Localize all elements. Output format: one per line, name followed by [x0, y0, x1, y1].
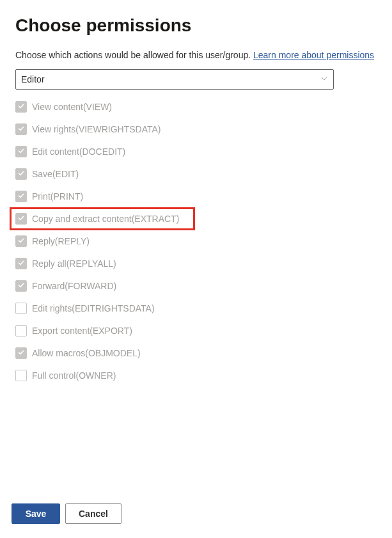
- checkmark-icon: [17, 281, 25, 291]
- permission-label: Forward(FORWARD): [32, 281, 116, 291]
- checkmark-icon: [17, 169, 25, 179]
- checkmark-icon: [17, 191, 25, 202]
- checkmark-icon: [17, 146, 25, 157]
- permission-row: Reply all(REPLYALL): [15, 258, 377, 269]
- permission-row: Export content(EXPORT): [15, 325, 377, 336]
- permission-label: Export content(EXPORT): [32, 326, 132, 336]
- checkmark-icon: [17, 236, 25, 246]
- permission-label: Allow macros(OBJMODEL): [32, 348, 141, 358]
- checkmark-icon: [17, 258, 25, 269]
- permission-row: Print(PRINT): [15, 191, 377, 202]
- permission-checkbox[interactable]: [15, 280, 27, 292]
- permission-label: Full control(OWNER): [32, 370, 116, 381]
- save-button[interactable]: Save: [12, 503, 60, 524]
- permission-checkbox[interactable]: [15, 123, 27, 135]
- permission-label: Edit rights(EDITRIGHTSDATA): [32, 303, 155, 313]
- select-value: Editor: [21, 74, 45, 84]
- permission-label: View content(VIEW): [32, 102, 112, 112]
- permission-row: Edit content(DOCEDIT): [15, 146, 377, 157]
- checkmark-icon: [17, 214, 25, 224]
- permission-label: Reply(REPLY): [32, 236, 90, 246]
- checkmark-icon: [17, 124, 25, 134]
- page-description: Choose which actions would be allowed fo…: [15, 50, 377, 60]
- checkmark-icon: [17, 102, 25, 112]
- button-bar: Save Cancel: [12, 503, 122, 524]
- permission-label: Edit content(DOCEDIT): [32, 146, 125, 157]
- permission-label: Save(EDIT): [32, 169, 79, 179]
- permission-checkbox[interactable]: [15, 213, 27, 225]
- chevron-down-icon: [320, 74, 328, 84]
- permission-checkbox[interactable]: [15, 235, 27, 247]
- permission-row: Save(EDIT): [15, 168, 377, 180]
- permission-checkbox[interactable]: [15, 325, 27, 336]
- permission-row: Allow macros(OBJMODEL): [15, 347, 377, 359]
- permission-label: Copy and extract content(EXTRACT): [32, 214, 179, 224]
- permission-checkbox[interactable]: [15, 258, 27, 269]
- permission-row: Reply(REPLY): [15, 235, 377, 247]
- permission-checkbox[interactable]: [15, 146, 27, 157]
- permission-row: View rights(VIEWRIGHTSDATA): [15, 123, 377, 135]
- permission-checkbox[interactable]: [15, 347, 27, 359]
- cancel-button[interactable]: Cancel: [65, 503, 122, 524]
- permission-row: Edit rights(EDITRIGHTSDATA): [15, 303, 377, 314]
- permission-checkbox[interactable]: [15, 101, 27, 113]
- checkmark-icon: [17, 348, 25, 358]
- description-text: Choose which actions would be allowed fo…: [15, 50, 253, 60]
- permission-checkbox[interactable]: [15, 303, 27, 314]
- role-select[interactable]: Editor: [15, 69, 334, 90]
- permission-checkbox[interactable]: [15, 191, 27, 202]
- permission-checkbox[interactable]: [15, 168, 27, 180]
- learn-more-link[interactable]: Learn more about permissions: [253, 50, 374, 60]
- permission-list: View content(VIEW)View rights(VIEWRIGHTS…: [15, 101, 377, 381]
- permission-label: Print(PRINT): [32, 191, 83, 202]
- permission-row: Copy and extract content(EXTRACT): [15, 213, 189, 225]
- page-title: Choose permissions: [15, 15, 377, 36]
- permission-row: Forward(FORWARD): [15, 280, 377, 292]
- permission-row: Full control(OWNER): [15, 370, 377, 381]
- permission-label: View rights(VIEWRIGHTSDATA): [32, 124, 161, 134]
- permission-label: Reply all(REPLYALL): [32, 258, 116, 269]
- permission-checkbox[interactable]: [15, 370, 27, 381]
- permission-row: View content(VIEW): [15, 101, 377, 113]
